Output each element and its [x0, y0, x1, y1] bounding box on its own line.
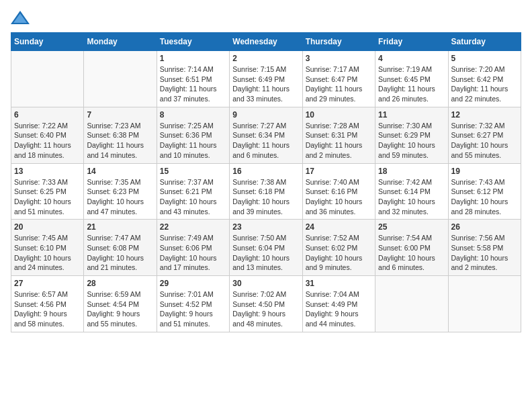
logo	[11, 11, 32, 24]
day-number: 4	[378, 54, 445, 63]
day-number: 24	[306, 222, 372, 232]
day-info: Sunrise: 7:20 AMSunset: 6:42 PMDaylight:…	[451, 64, 518, 104]
day-info: Sunrise: 7:28 AMSunset: 6:31 PMDaylight:…	[306, 121, 372, 161]
calendar-week-1: 1Sunrise: 7:14 AMSunset: 6:51 PMDaylight…	[11, 51, 521, 107]
calendar-cell: 13Sunrise: 7:33 AMSunset: 6:25 PMDayligh…	[11, 163, 84, 220]
calendar-cell: 25Sunrise: 7:54 AMSunset: 6:00 PMDayligh…	[375, 220, 448, 276]
calendar-cell: 18Sunrise: 7:42 AMSunset: 6:14 PMDayligh…	[375, 163, 448, 220]
day-number: 22	[160, 222, 226, 232]
day-info: Sunrise: 7:33 AMSunset: 6:25 PMDaylight:…	[14, 177, 81, 217]
day-number: 11	[378, 110, 445, 120]
calendar-cell	[448, 276, 521, 332]
calendar-cell: 29Sunrise: 7:01 AMSunset: 4:52 PMDayligh…	[157, 276, 229, 332]
day-info: Sunrise: 7:40 AMSunset: 6:16 PMDaylight:…	[306, 177, 372, 217]
calendar-cell: 22Sunrise: 7:49 AMSunset: 6:06 PMDayligh…	[157, 220, 229, 276]
logo-icon	[11, 11, 30, 24]
calendar-cell: 14Sunrise: 7:35 AMSunset: 6:23 PMDayligh…	[84, 163, 157, 220]
weekday-header-row: SundayMondayTuesdayWednesdayThursdayFrid…	[11, 33, 521, 51]
calendar-cell: 27Sunrise: 6:57 AMSunset: 4:56 PMDayligh…	[11, 276, 84, 332]
day-number: 5	[451, 54, 518, 63]
day-number: 9	[232, 110, 299, 120]
calendar-table: SundayMondayTuesdayWednesdayThursdayFrid…	[11, 32, 521, 332]
calendar-cell: 9Sunrise: 7:27 AMSunset: 6:34 PMDaylight…	[230, 107, 302, 163]
page-header	[11, 11, 521, 24]
calendar-cell: 7Sunrise: 7:23 AMSunset: 6:38 PMDaylight…	[84, 107, 157, 163]
calendar-cell: 5Sunrise: 7:20 AMSunset: 6:42 PMDaylight…	[448, 51, 521, 107]
weekday-header-saturday: Saturday	[448, 33, 521, 51]
day-number: 21	[87, 222, 153, 232]
day-info: Sunrise: 7:52 AMSunset: 6:02 PMDaylight:…	[306, 233, 372, 273]
day-number: 15	[160, 167, 226, 176]
day-info: Sunrise: 7:35 AMSunset: 6:23 PMDaylight:…	[87, 177, 153, 217]
calendar-cell: 28Sunrise: 6:59 AMSunset: 4:54 PMDayligh…	[84, 276, 157, 332]
calendar-cell	[375, 276, 448, 332]
calendar-cell: 4Sunrise: 7:19 AMSunset: 6:45 PMDaylight…	[375, 51, 448, 107]
day-number: 10	[306, 110, 372, 120]
day-info: Sunrise: 7:02 AMSunset: 4:50 PMDaylight:…	[232, 289, 299, 329]
weekday-header-wednesday: Wednesday	[230, 33, 302, 51]
day-info: Sunrise: 7:27 AMSunset: 6:34 PMDaylight:…	[232, 121, 299, 161]
day-number: 13	[14, 167, 81, 176]
day-number: 3	[306, 54, 372, 63]
calendar-cell: 16Sunrise: 7:38 AMSunset: 6:18 PMDayligh…	[230, 163, 302, 220]
day-info: Sunrise: 7:42 AMSunset: 6:14 PMDaylight:…	[378, 177, 445, 217]
day-number: 19	[451, 167, 518, 176]
weekday-header-monday: Monday	[84, 33, 157, 51]
day-number: 2	[232, 54, 299, 63]
calendar-cell: 26Sunrise: 7:56 AMSunset: 5:58 PMDayligh…	[448, 220, 521, 276]
calendar-cell: 10Sunrise: 7:28 AMSunset: 6:31 PMDayligh…	[302, 107, 375, 163]
day-info: Sunrise: 6:59 AMSunset: 4:54 PMDaylight:…	[87, 289, 153, 329]
calendar-cell	[11, 51, 84, 107]
calendar-cell: 1Sunrise: 7:14 AMSunset: 6:51 PMDaylight…	[157, 51, 229, 107]
day-number: 16	[232, 167, 299, 176]
day-info: Sunrise: 6:57 AMSunset: 4:56 PMDaylight:…	[14, 289, 81, 329]
calendar-cell: 21Sunrise: 7:47 AMSunset: 6:08 PMDayligh…	[84, 220, 157, 276]
day-info: Sunrise: 7:45 AMSunset: 6:10 PMDaylight:…	[14, 233, 81, 273]
calendar-week-3: 13Sunrise: 7:33 AMSunset: 6:25 PMDayligh…	[11, 163, 521, 220]
day-info: Sunrise: 7:30 AMSunset: 6:29 PMDaylight:…	[378, 121, 445, 161]
day-number: 30	[232, 279, 299, 288]
weekday-header-tuesday: Tuesday	[157, 33, 229, 51]
day-number: 12	[451, 110, 518, 120]
day-number: 28	[87, 279, 153, 288]
day-info: Sunrise: 7:38 AMSunset: 6:18 PMDaylight:…	[232, 177, 299, 217]
calendar-week-2: 6Sunrise: 7:22 AMSunset: 6:40 PMDaylight…	[11, 107, 521, 163]
day-info: Sunrise: 7:15 AMSunset: 6:49 PMDaylight:…	[232, 64, 299, 104]
calendar-cell: 3Sunrise: 7:17 AMSunset: 6:47 PMDaylight…	[302, 51, 375, 107]
calendar-cell: 12Sunrise: 7:32 AMSunset: 6:27 PMDayligh…	[448, 107, 521, 163]
calendar-cell: 24Sunrise: 7:52 AMSunset: 6:02 PMDayligh…	[302, 220, 375, 276]
calendar-cell	[84, 51, 157, 107]
calendar-cell: 15Sunrise: 7:37 AMSunset: 6:21 PMDayligh…	[157, 163, 229, 220]
calendar-cell: 17Sunrise: 7:40 AMSunset: 6:16 PMDayligh…	[302, 163, 375, 220]
day-number: 6	[14, 110, 81, 120]
day-number: 7	[87, 110, 153, 120]
weekday-header-friday: Friday	[375, 33, 448, 51]
calendar-week-5: 27Sunrise: 6:57 AMSunset: 4:56 PMDayligh…	[11, 276, 521, 332]
day-info: Sunrise: 7:22 AMSunset: 6:40 PMDaylight:…	[14, 121, 81, 161]
day-info: Sunrise: 7:49 AMSunset: 6:06 PMDaylight:…	[160, 233, 226, 273]
day-info: Sunrise: 7:50 AMSunset: 6:04 PMDaylight:…	[232, 233, 299, 273]
day-info: Sunrise: 7:17 AMSunset: 6:47 PMDaylight:…	[306, 64, 372, 104]
day-info: Sunrise: 7:43 AMSunset: 6:12 PMDaylight:…	[451, 177, 518, 217]
calendar-cell: 20Sunrise: 7:45 AMSunset: 6:10 PMDayligh…	[11, 220, 84, 276]
day-number: 8	[160, 110, 226, 120]
calendar-cell: 2Sunrise: 7:15 AMSunset: 6:49 PMDaylight…	[230, 51, 302, 107]
day-number: 20	[14, 222, 81, 232]
day-number: 27	[14, 279, 81, 288]
day-number: 17	[306, 167, 372, 176]
calendar-cell: 6Sunrise: 7:22 AMSunset: 6:40 PMDaylight…	[11, 107, 84, 163]
day-info: Sunrise: 7:19 AMSunset: 6:45 PMDaylight:…	[378, 64, 445, 104]
calendar-cell: 19Sunrise: 7:43 AMSunset: 6:12 PMDayligh…	[448, 163, 521, 220]
calendar-cell: 30Sunrise: 7:02 AMSunset: 4:50 PMDayligh…	[230, 276, 302, 332]
calendar-cell: 8Sunrise: 7:25 AMSunset: 6:36 PMDaylight…	[157, 107, 229, 163]
weekday-header-sunday: Sunday	[11, 33, 84, 51]
calendar-week-4: 20Sunrise: 7:45 AMSunset: 6:10 PMDayligh…	[11, 220, 521, 276]
day-number: 26	[451, 222, 518, 232]
day-info: Sunrise: 7:01 AMSunset: 4:52 PMDaylight:…	[160, 289, 226, 329]
day-number: 18	[378, 167, 445, 176]
day-info: Sunrise: 7:54 AMSunset: 6:00 PMDaylight:…	[378, 233, 445, 273]
day-number: 29	[160, 279, 226, 288]
day-number: 23	[232, 222, 299, 232]
calendar-cell: 31Sunrise: 7:04 AMSunset: 4:49 PMDayligh…	[302, 276, 375, 332]
calendar-cell: 11Sunrise: 7:30 AMSunset: 6:29 PMDayligh…	[375, 107, 448, 163]
